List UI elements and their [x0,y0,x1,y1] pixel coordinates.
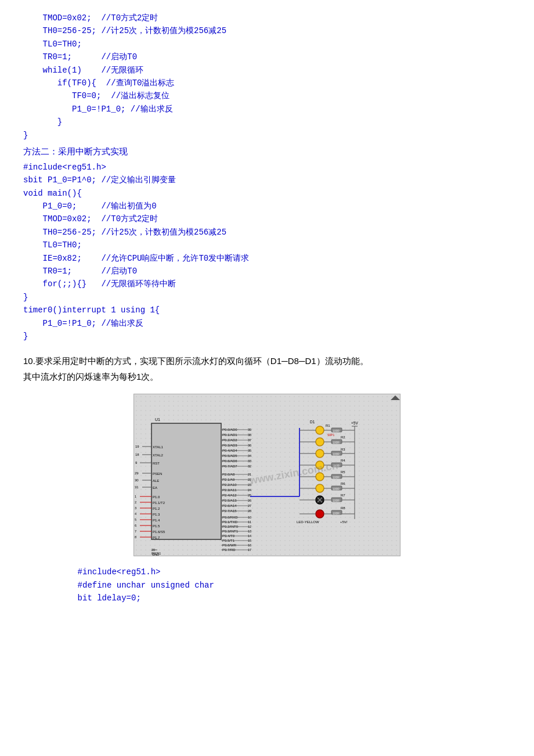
svg-text:EA: EA [153,486,157,489]
code-line-9: } [23,116,511,128]
section2-label: 方法二：采用中断方式实现 [23,146,511,157]
code2-line-10: for(;;){} //无限循环等待中断 [23,278,511,290]
svg-text:5: 5 [135,518,136,521]
svg-text:GND: GND [152,553,159,556]
code-line-3: TL0=TH0; [23,38,511,51]
code-line-1: TMOD=0x02; //T0方式2定时 [23,12,511,24]
code-line-6: if(TF0){ //查询T0溢出标志 [23,77,511,89]
svg-text:R2: R2 [341,435,345,439]
svg-text:+5V/: +5V/ [340,520,348,524]
svg-text:P1.7: P1.7 [153,536,160,539]
svg-point-134 [316,438,324,446]
svg-text:R5: R5 [341,470,345,474]
question10-text: 10.要求采用定时中断的方式，实现下图所示流水灯的双向循环（D1─D8─D1）流… [23,353,511,384]
svg-text:100R: 100R [333,452,340,456]
question10-sub: 其中流水灯的闪烁速率为每秒1次。 [23,372,158,381]
svg-text:7: 7 [135,530,136,533]
svg-text:P1.1/T2: P1.1/T2 [153,501,165,505]
svg-text:R7: R7 [341,494,345,497]
svg-text:2: 2 [135,501,136,504]
svg-text:R4: R4 [341,459,345,462]
svg-text:100R: 100R [333,429,340,433]
bottom-code-line-2: #define unchar unsigned char [58,579,511,592]
code2-line-4: P1_0=0; //输出初值为0 [23,200,511,213]
bottom-code-line-3: bit ldelay=0; [58,592,511,604]
circuit-svg: U1 19 XTAL1 18 XTAL2 9 RST 29 PSEN 30 AL… [134,394,400,556]
code-section-2: #include<reg51.h> sbit P1_0=P1^0; //定义输出… [23,161,511,343]
svg-text:LED-YELLOW: LED-YELLOW [297,520,319,524]
svg-text:100R: 100R [333,499,340,502]
bottom-code-block: #include<reg51.h> #define unchar unsigne… [23,566,511,604]
svg-text:30: 30 [135,478,139,482]
question10-main: 10.要求采用定时中断的方式，实现下图所示流水灯的双向循环（D1─D8─D1）流… [23,356,369,366]
svg-text:S0P1: S0P1 [327,433,334,437]
svg-text:PSEN: PSEN [153,472,162,476]
svg-text:100R: 100R [333,512,340,515]
code2-line-3: void main(){ [23,187,511,200]
svg-text:100R: 100R [333,476,340,479]
svg-text:P1.5: P1.5 [153,524,160,528]
svg-text:P1.4: P1.4 [153,519,160,522]
svg-text:XTAL1: XTAL1 [153,445,164,449]
code2-line-1: #include<reg51.h> [23,161,511,174]
svg-text:R3: R3 [341,448,345,451]
circuit-diagram: U1 19 XTAL1 18 XTAL2 9 RST 29 PSEN 30 AL… [134,394,400,556]
svg-text:R6: R6 [341,482,345,485]
svg-rect-4 [151,423,221,539]
code2-line-8: IE=0x82; //允许CPU响应中断，允许T0发中断请求 [23,252,511,265]
svg-text:3: 3 [135,506,136,510]
code2-line-12: timer0()interrupt 1 using 1{ [23,304,511,316]
code-section-1: TMOD=0x02; //T0方式2定时 TH0=256-25; //计25次，… [23,12,511,142]
code2-line-9: TR0=1; //启动T0 [23,265,511,278]
code2-line-7: TL0=TH0; [23,239,511,251]
code-line-2: TH0=256-25; //计25次，计数初值为模256减25 [23,24,511,37]
code2-line-11: } [23,291,511,304]
circuit-diagram-container: U1 19 XTAL1 18 XTAL2 9 RST 29 PSEN 30 AL… [23,394,511,556]
code-line-5: while(1) //无限循环 [23,64,511,77]
code-line-7: TF0=0; //溢出标志复位 [23,89,511,102]
svg-text:D1: D1 [310,420,315,424]
code2-line-6: TH0=256-25; //计25次，计数初值为模256减25 [23,226,511,239]
svg-text:R1: R1 [326,424,330,427]
svg-text:100R: 100R [333,441,340,444]
code-line-10: } [23,129,511,142]
svg-text:100R: 100R [333,487,340,491]
svg-text:31: 31 [135,485,139,489]
svg-point-125 [316,426,324,434]
code2-line-14: } [23,330,511,343]
code-line-8: P1_0=!P1_0; //输出求反 [23,103,511,116]
svg-text:P1.3: P1.3 [153,513,160,516]
svg-text:RST: RST [153,462,160,465]
svg-text:18: 18 [135,453,139,456]
code2-line-2: sbit P1_0=P1^0; //定义输出引脚变量 [23,174,511,186]
svg-text:6: 6 [135,524,136,527]
svg-text:ALE: ALE [153,479,159,483]
svg-text:P1.0: P1.0 [153,495,160,499]
svg-text:+5V: +5V [351,421,358,425]
svg-text:4: 4 [135,512,136,516]
svg-text:U1: U1 [155,417,160,422]
svg-text:XTAL2: XTAL2 [153,453,164,457]
svg-text:19: 19 [135,445,139,448]
svg-text:29: 29 [135,471,139,475]
bottom-code-line-1: #include<reg51.h> [58,566,511,578]
code2-line-13: P1_0=!P1_0; //输出求反 [23,317,511,330]
svg-text:P1.2: P1.2 [153,507,160,510]
svg-point-162 [316,484,324,492]
svg-point-141 [316,449,324,458]
svg-text:8: 8 [135,535,136,539]
svg-text:1: 1 [135,495,136,498]
svg-text:R8: R8 [341,506,345,510]
code2-line-5: TMOD=0x02; //T0方式2定时 [23,213,511,225]
svg-point-178 [316,510,324,518]
code-line-4: TR0=1; //启动T0 [23,51,511,63]
svg-text:P1.6/S5: P1.6/S5 [153,530,165,534]
